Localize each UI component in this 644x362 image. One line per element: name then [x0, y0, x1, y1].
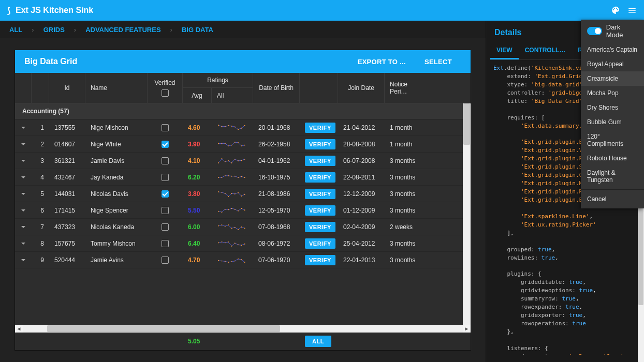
cell-verified[interactable]: [148, 240, 183, 247]
tab-view[interactable]: VIEW: [490, 42, 519, 59]
cancel-option[interactable]: Cancel: [581, 192, 644, 206]
verify-button[interactable]: VERIFY: [305, 238, 335, 249]
expand-icon[interactable]: [15, 208, 32, 213]
scroll-right-icon[interactable]: ►: [463, 325, 471, 333]
checkbox-icon[interactable]: [162, 223, 169, 231]
theme-option[interactable]: Daylight & Tungsten: [581, 165, 644, 187]
checkbox-icon[interactable]: [162, 89, 169, 97]
svg-point-49: [231, 208, 232, 209]
theme-option[interactable]: Creamsicle: [581, 71, 644, 86]
table-row[interactable]: 6171415Nige Spencer5.5012-05-1970VERIFY0…: [15, 202, 471, 219]
crumb-grids[interactable]: GRIDS: [43, 26, 65, 34]
checkbox-icon[interactable]: [162, 174, 169, 181]
expand-icon[interactable]: [15, 175, 32, 180]
cell-rownum: 4: [32, 174, 49, 181]
crumb-advanced[interactable]: ADVANCED FEATURES: [85, 26, 160, 34]
col-notice[interactable]: Notice Peri…: [385, 73, 422, 103]
cell-verified[interactable]: [148, 207, 183, 214]
cell-join: 25-04-2012: [338, 240, 385, 247]
expand-icon[interactable]: [15, 241, 32, 246]
col-avg[interactable]: Avg: [183, 88, 212, 103]
expand-icon[interactable]: [15, 158, 32, 163]
table-row[interactable]: 7437323Nicolas Kaneda6.0007-08-1968VERIF…: [15, 219, 471, 235]
palette-icon[interactable]: [611, 6, 620, 15]
svg-point-27: [218, 177, 219, 178]
cell-verify: VERIFY: [300, 156, 338, 166]
expand-icon[interactable]: [15, 258, 32, 263]
col-all[interactable]: All: [212, 88, 253, 103]
theme-option[interactable]: Roboto House: [581, 151, 644, 165]
col-ratings-group[interactable]: Ratings: [183, 73, 253, 88]
table-row[interactable]: 4432467Jay Kaneda6.2016-10-1975VERIFY22-…: [15, 169, 471, 186]
crumb-all[interactable]: ALL: [9, 26, 22, 34]
cell-join: 06-07-2008: [338, 157, 385, 164]
svg-point-44: [244, 193, 245, 194]
summary-all-button[interactable]: ALL: [305, 336, 331, 347]
checkbox-icon[interactable]: [162, 157, 169, 164]
checkbox-icon[interactable]: [162, 207, 169, 214]
verify-button[interactable]: VERIFY: [305, 172, 335, 183]
col-dob[interactable]: Date of Birth: [253, 73, 300, 103]
cell-verified[interactable]: [148, 257, 183, 264]
scroll-thumb[interactable]: [47, 325, 280, 332]
expand-icon[interactable]: [15, 191, 32, 197]
col-rownum[interactable]: [32, 73, 49, 103]
menu-icon[interactable]: [627, 6, 637, 15]
cell-verified[interactable]: [148, 141, 183, 148]
checkbox-icon[interactable]: [162, 240, 169, 247]
table-row[interactable]: 5144031Nicolas Davis3.8021-08-1986VERIFY…: [15, 186, 471, 202]
export-button[interactable]: EXPORT TO ...: [348, 58, 415, 66]
cell-verified[interactable]: [148, 157, 183, 164]
tab-controller[interactable]: CONTROLL…: [519, 42, 572, 59]
table-row[interactable]: 2014607Nige White3.9026-02-1958VERIFY28-…: [15, 136, 471, 153]
checkbox-icon[interactable]: [162, 124, 169, 131]
theme-option[interactable]: Dry Shores: [581, 100, 644, 115]
group-header[interactable]: Accounting (57): [15, 103, 471, 119]
theme-option[interactable]: Royal Appeal: [581, 57, 644, 71]
dark-mode-toggle-row[interactable]: Dark Mode: [581, 20, 644, 42]
crumb-bigdata[interactable]: BIG DATA: [182, 26, 213, 34]
checkbox-icon[interactable]: [162, 190, 169, 198]
theme-option[interactable]: America's Captain: [581, 42, 644, 57]
verify-button[interactable]: VERIFY: [305, 189, 335, 199]
table-row[interactable]: 3361321Jamie Davis4.1004-01-1962VERIFY06…: [15, 153, 471, 169]
verify-button[interactable]: VERIFY: [305, 156, 335, 166]
table-row[interactable]: 8157675Tommy Mishcon6.4008-06-1972VERIFY…: [15, 235, 471, 252]
theme-option[interactable]: 120° Compliments: [581, 129, 644, 151]
verify-button[interactable]: VERIFY: [305, 139, 335, 149]
cell-notice: 3 months: [385, 174, 422, 181]
col-join[interactable]: Join Date: [338, 73, 385, 103]
vertical-scrollbar[interactable]: [463, 103, 471, 325]
checkbox-icon[interactable]: [162, 257, 169, 264]
svg-point-17: [244, 144, 245, 145]
cell-verified[interactable]: [148, 223, 183, 231]
verify-button[interactable]: VERIFY: [305, 123, 335, 133]
scroll-thumb[interactable]: [463, 103, 470, 145]
table-row[interactable]: 1137555Nige Mishcon4.6020-01-1968VERIFY2…: [15, 119, 471, 136]
col-name[interactable]: Name: [85, 73, 148, 103]
checkbox-icon[interactable]: [162, 141, 169, 148]
verify-button[interactable]: VERIFY: [305, 255, 335, 265]
svg-point-69: [238, 244, 239, 245]
cell-verified[interactable]: [148, 124, 183, 131]
select-button[interactable]: SELECT: [415, 58, 461, 66]
expand-icon[interactable]: [15, 224, 32, 230]
scroll-left-icon[interactable]: ◄: [15, 325, 23, 333]
verify-button[interactable]: VERIFY: [305, 205, 335, 216]
col-id[interactable]: Id: [49, 73, 85, 103]
svg-point-52: [241, 208, 242, 209]
cell-name: Jamie Avins: [85, 257, 148, 264]
theme-option[interactable]: Mocha Pop: [581, 86, 644, 100]
col-verified[interactable]: Verified: [148, 73, 183, 103]
horizontal-scrollbar[interactable]: ◄ ►: [15, 325, 471, 333]
expand-icon[interactable]: [15, 125, 32, 130]
expand-icon[interactable]: [15, 142, 32, 147]
cell-verified[interactable]: [148, 174, 183, 181]
cell-dob: 16-10-1975: [253, 174, 300, 181]
toggle-switch-icon[interactable]: [587, 27, 602, 35]
theme-option[interactable]: Bubble Gum: [581, 115, 644, 129]
cell-verified[interactable]: [148, 190, 183, 198]
verify-button[interactable]: VERIFY: [305, 222, 335, 232]
table-row[interactable]: 9520444Jamie Avins4.7007-06-1970VERIFY22…: [15, 252, 471, 268]
svg-point-34: [241, 176, 242, 177]
